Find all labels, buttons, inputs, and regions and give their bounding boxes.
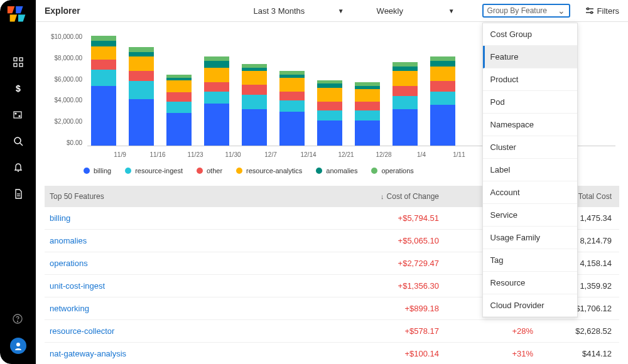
- chart-bar[interactable]: [279, 71, 305, 146]
- main-content: Explorer Last 3 Months ▼ Weekly ▼ Group …: [36, 0, 628, 364]
- table-row: nat-gateway-analysis+$100.14+31%$414.12: [45, 343, 619, 364]
- groupby-label: Group By Feature: [487, 6, 547, 15]
- explorer-icon[interactable]: [13, 109, 24, 120]
- dashboard-icon[interactable]: [13, 56, 24, 68]
- chart-bar[interactable]: [317, 80, 342, 146]
- feature-link[interactable]: networking: [50, 304, 307, 313]
- chart-bar[interactable]: [204, 56, 229, 146]
- col-cost-change[interactable]: ↓Cost of Change: [307, 192, 439, 201]
- svg-rect-5: [19, 58, 23, 61]
- help-icon[interactable]: [13, 314, 24, 325]
- dropdown-item[interactable]: Usage Family: [483, 227, 577, 249]
- caret-down-icon: ▼: [338, 8, 344, 14]
- feature-link[interactable]: unit-cost-ingest: [50, 281, 307, 291]
- feature-link[interactable]: anomalies: [50, 236, 307, 245]
- dropdown-item[interactable]: Feature: [483, 46, 577, 68]
- feature-link[interactable]: operations: [50, 259, 307, 268]
- svg-point-19: [16, 343, 20, 346]
- dropdown-item[interactable]: Resource: [483, 272, 577, 294]
- cost-icon[interactable]: $: [13, 83, 24, 94]
- topbar: Explorer Last 3 Months ▼ Weekly ▼ Group …: [36, 0, 628, 22]
- chart-bar[interactable]: [91, 36, 116, 146]
- bell-icon[interactable]: [13, 162, 24, 173]
- svg-point-22: [587, 8, 588, 10]
- svg-point-10: [15, 113, 16, 114]
- chart-yaxis: $10,000.00$8,000.00$6,000.00$4,000.00$2,…: [51, 33, 87, 146]
- chart-bar[interactable]: [242, 64, 267, 146]
- dropdown-item[interactable]: Product: [483, 68, 577, 91]
- page-title: Explorer: [45, 6, 80, 16]
- svg-rect-9: [14, 112, 21, 118]
- svg-marker-0: [7, 6, 14, 13]
- time-range-label: Last 3 Months: [254, 6, 305, 16]
- avatar[interactable]: [10, 338, 26, 354]
- feature-link[interactable]: billing: [50, 213, 307, 223]
- svg-marker-2: [9, 14, 16, 21]
- chart-bar[interactable]: [355, 82, 380, 146]
- dropdown-item[interactable]: Pod: [483, 91, 577, 114]
- search-icon[interactable]: [13, 136, 24, 147]
- legend-item[interactable]: operations: [371, 167, 413, 174]
- feature-link[interactable]: nat-gateway-analysis: [50, 349, 307, 358]
- dropdown-item[interactable]: Cluster: [483, 136, 577, 159]
- legend-item[interactable]: billing: [84, 167, 111, 174]
- dropdown-item[interactable]: Cost Group: [483, 23, 577, 46]
- chart-bar[interactable]: [129, 47, 154, 146]
- legend-item[interactable]: anomalies: [316, 167, 357, 174]
- dropdown-item[interactable]: Service: [483, 204, 577, 227]
- dropdown-item[interactable]: Cloud Provider: [483, 294, 577, 317]
- dropdown-item[interactable]: Label: [483, 159, 577, 181]
- caret-down-icon: ▼: [448, 8, 455, 14]
- chart-bar[interactable]: [166, 75, 192, 146]
- svg-marker-3: [18, 14, 25, 21]
- period-label: Weekly: [377, 6, 403, 16]
- chart-bar[interactable]: [430, 56, 455, 146]
- svg-rect-6: [14, 63, 17, 67]
- period-selector[interactable]: Weekly ▼: [372, 4, 460, 18]
- document-icon[interactable]: [13, 188, 24, 200]
- dropdown-item[interactable]: Account: [483, 181, 577, 204]
- sort-arrow-down-icon: ↓: [381, 193, 384, 200]
- feature-link[interactable]: resource-collector: [50, 326, 307, 336]
- svg-text:$: $: [16, 83, 21, 94]
- table-row: resource-collector+$578.17+28%$2,628.52: [45, 320, 619, 343]
- chevron-down-icon: ⌄: [558, 6, 565, 15]
- chart-bar[interactable]: [392, 62, 418, 146]
- svg-marker-1: [16, 6, 23, 13]
- col-feature-name: Top 50 Features: [50, 192, 307, 201]
- filters-button[interactable]: Filters: [585, 6, 619, 16]
- svg-rect-7: [19, 63, 23, 67]
- filter-icon: [585, 6, 594, 15]
- groupby-selector[interactable]: Group By Feature ⌄: [482, 4, 570, 18]
- dropdown-item[interactable]: Namespace: [483, 114, 577, 136]
- svg-line-13: [20, 143, 23, 146]
- sidebar: $: [0, 0, 36, 364]
- svg-rect-4: [14, 58, 17, 61]
- legend-item[interactable]: other: [197, 167, 222, 174]
- legend-item[interactable]: resource-analytics: [236, 167, 302, 174]
- svg-point-23: [590, 12, 592, 14]
- filters-label: Filters: [597, 6, 619, 16]
- app-logo: [6, 5, 30, 24]
- svg-point-11: [19, 115, 20, 117]
- time-range-selector[interactable]: Last 3 Months ▼: [249, 4, 349, 18]
- legend-item[interactable]: resource-ingest: [125, 167, 183, 174]
- dropdown-item[interactable]: Tag: [483, 249, 577, 272]
- groupby-dropdown: Cost GroupFeatureProductPodNamespaceClus…: [482, 23, 578, 318]
- svg-point-12: [14, 137, 21, 144]
- svg-point-18: [17, 321, 18, 322]
